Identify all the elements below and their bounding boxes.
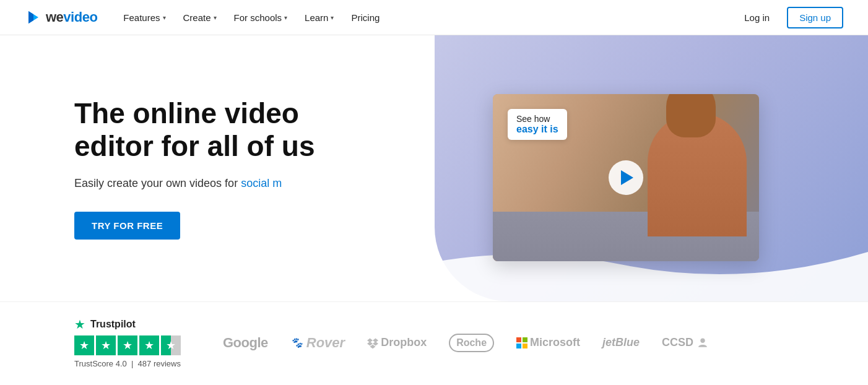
video-badge: See how easy it is — [508, 109, 567, 140]
video-thumbnail[interactable]: See how easy it is — [493, 94, 759, 261]
dropbox-icon — [367, 337, 378, 348]
navbar: wevideo Features ▾ Create ▾ For schools … — [0, 0, 868, 35]
nav-for-schools[interactable]: For schools ▾ — [227, 9, 295, 27]
trustpilot-name: Trustpilot — [90, 319, 136, 330]
ccsd-icon — [697, 337, 708, 348]
nav-actions: Log in Sign up — [737, 7, 843, 28]
trustpilot-star-icon: ★ — [74, 317, 85, 332]
star-3: ★ — [118, 335, 137, 355]
brand-logo-row: Google 🐾Rover Dropbox Roche Microsoft je — [223, 334, 831, 352]
trust-score: TrustScore 4.0 | 487 reviews — [74, 359, 198, 368]
rover-paw-icon: 🐾 — [290, 337, 303, 348]
hero-content: The online video editor for all of us Ea… — [0, 35, 384, 301]
rover-logo: 🐾Rover — [290, 335, 345, 351]
nav-pricing[interactable]: Pricing — [344, 9, 387, 27]
create-chevron-icon: ▾ — [214, 14, 217, 21]
stars-row: ★ ★ ★ ★ ★ — [74, 335, 198, 355]
social-proof-bar: ★ Trustpilot ★ ★ ★ ★ ★ TrustScore 4.0 | … — [0, 301, 868, 383]
nav-features[interactable]: Features ▾ — [116, 9, 173, 27]
signup-button[interactable]: Sign up — [787, 7, 843, 28]
schools-chevron-icon: ▾ — [284, 14, 287, 21]
play-icon — [621, 170, 633, 185]
trustpilot-header: ★ Trustpilot — [74, 317, 198, 332]
nav-create[interactable]: Create ▾ — [176, 9, 224, 27]
cta-button[interactable]: TRY FOR FREE — [74, 212, 180, 240]
nav-learn[interactable]: Learn ▾ — [297, 9, 341, 27]
learn-chevron-icon: ▾ — [331, 14, 334, 21]
video-badge-line2: easy it is — [516, 124, 558, 135]
microsoft-grid-icon — [516, 337, 527, 348]
hero-subtitle: Easily create your own videos for social… — [74, 175, 347, 192]
dropbox-logo: Dropbox — [367, 336, 427, 349]
wevideo-logo-icon — [25, 9, 42, 26]
svg-marker-1 — [28, 11, 33, 24]
login-button[interactable]: Log in — [737, 9, 777, 27]
star-5-partial: ★ — [161, 335, 181, 355]
star-1: ★ — [74, 335, 94, 355]
hero-section: The online video editor for all of us Ea… — [0, 35, 868, 301]
jetblue-logo: jetBlue — [602, 336, 640, 349]
roche-logo: Roche — [449, 334, 494, 352]
microsoft-logo: Microsoft — [516, 336, 580, 349]
hero-title: The online video editor for all of us — [74, 97, 347, 163]
ccsd-logo: CCSD — [662, 336, 708, 349]
features-chevron-icon: ▾ — [163, 14, 166, 21]
star-2: ★ — [96, 335, 116, 355]
star-4: ★ — [139, 335, 159, 355]
video-badge-line1: See how — [516, 114, 558, 124]
play-button[interactable] — [609, 160, 643, 195]
google-logo: Google — [223, 335, 268, 351]
nav-links: Features ▾ Create ▾ For schools ▾ Learn … — [116, 9, 737, 27]
logo-text: wevideo — [46, 9, 97, 25]
logo[interactable]: wevideo — [25, 9, 97, 26]
hero-video-area: See how easy it is — [384, 35, 868, 301]
trustpilot-area: ★ Trustpilot ★ ★ ★ ★ ★ TrustScore 4.0 | … — [74, 317, 198, 368]
